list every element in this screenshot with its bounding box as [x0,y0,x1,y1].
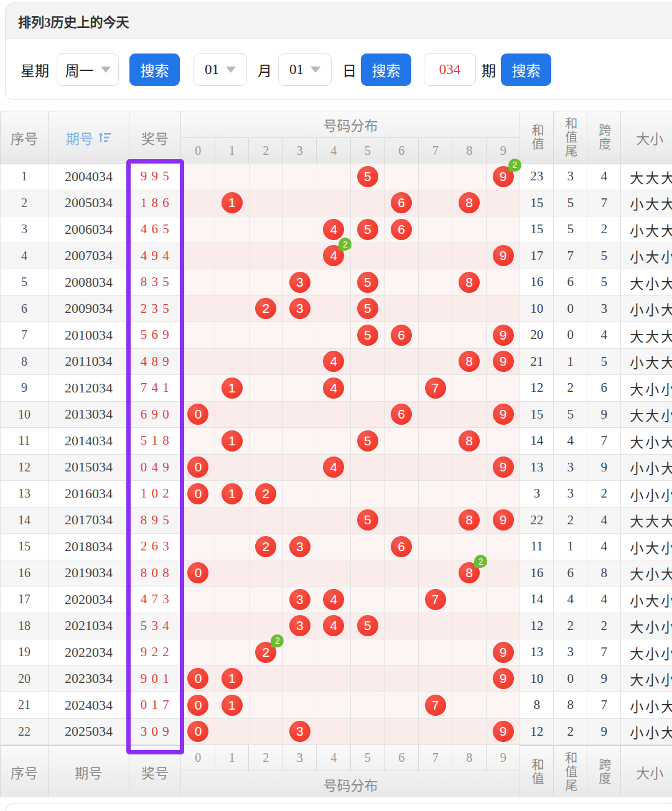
dist-cell [487,269,520,296]
number-ball: 2 [255,483,276,504]
row-prize-cell: 3 0 9 [129,719,182,746]
number-ball: 4 [323,378,344,399]
number-ball: 3 [289,298,310,319]
row-index-cell: 5 [1,269,49,296]
issue-label: 期 [482,59,496,80]
row-sum-cell: 13 [520,455,554,481]
week-select-value: 周一 [65,59,94,80]
dist-cell: 3 [283,296,317,323]
dist-cell [351,666,385,693]
dist-cell [419,296,452,323]
row-size-cell: 大小小 [621,666,672,693]
row-index-cell: 6 [1,296,49,323]
dist-cell [419,322,452,349]
dist-cell [385,296,418,323]
row-span-cell: 4 [587,164,621,190]
footer-sum: 和值 [520,745,554,797]
dist-cell [317,560,351,587]
row-period-cell: 2018034 [49,534,129,560]
dist-cell: 0 [182,560,215,587]
row-span-cell: 8 [587,560,621,587]
history-table: 序号 期号 奖号 号码分布 0123456789 和值 和值尾 跨度 大小 [0,111,672,797]
row-prize-cell: 0 1 7 [129,692,182,719]
dist-cell [283,375,317,402]
week-select[interactable]: 周一 [57,53,119,86]
row-prize-cell: 9 9 5 [129,164,182,190]
table-row: 1320160341 0 2012332小小小 [0,481,672,507]
dist-cell [351,349,385,376]
row-span-cell: 7 [587,639,621,666]
dist-cell [250,190,283,217]
dist-cell [351,534,385,560]
dist-cell [283,666,317,693]
dist-cell: 9 [487,455,520,481]
dist-cell [452,639,486,666]
row-sumtail-cell: 3 [554,164,587,190]
dist-cell: 4 [317,375,351,402]
dist-cell [351,190,385,217]
digit-footer-cell: 4 [317,745,351,771]
dist-cell [283,243,317,270]
number-ball: 6 [391,404,412,425]
dist-cell [487,534,520,560]
header-period-label: 期号 [66,127,93,147]
dist-cell: 7 [419,692,452,719]
dist-cell [250,666,283,693]
row-size-cell: 大小大 [621,428,672,455]
dist-cell [385,692,418,719]
row-span-cell: 4 [587,586,621,613]
number-ball: 82 [459,562,480,583]
month-select[interactable]: 01 [194,53,247,86]
row-period-cell: 2025034 [49,719,129,746]
week-search-button[interactable]: 搜索 [129,53,180,86]
dist-cell: 9 [487,322,520,349]
row-prize-cell: 8 3 5 [129,269,182,296]
dist-cell: 2 [250,534,283,560]
row-period-cell: 2015034 [49,455,129,481]
dist-cell: 3 [283,719,317,746]
number-ball: 2 [255,536,276,557]
dist-cell [351,402,385,429]
dist-cell [419,719,452,746]
table-row: 620090342 3 52351003小小大 [0,296,672,323]
number-ball: 8 [459,430,480,452]
dist-cell [385,375,418,402]
row-sumtail-cell: 0 [554,322,587,349]
dist-cell: 1 [215,692,249,719]
row-prize-cell: 8 9 5 [129,507,182,534]
row-sumtail-cell: 0 [554,666,587,693]
dist-cell [487,428,520,455]
dist-cell: 8 [452,349,486,376]
day-select[interactable]: 01 [278,53,332,86]
dist-cell: 5 [351,164,385,190]
search-panel: 排列3历史上的今天 星期 周一 搜索 01 月 01 日 搜索 期 搜索 [5,2,672,100]
dist-cell: 4 [317,613,351,640]
row-prize-cell: 5 6 9 [129,322,182,349]
row-index-cell: 7 [1,322,49,349]
number-ball: 3 [289,615,310,636]
number-ball: 7 [425,589,446,610]
dist-cell [452,586,486,613]
number-ball: 5 [357,325,378,346]
row-sum-cell: 15 [520,190,554,217]
dist-cell [351,639,385,666]
number-ball: 0 [187,483,208,504]
header-index: 序号 [1,111,49,164]
header-dist-group: 号码分布 0123456789 [181,111,520,164]
issue-input[interactable] [424,53,476,86]
table-row: 820110344 8 94892115小大大 [0,349,672,376]
issue-search-button[interactable]: 搜索 [501,53,551,86]
dist-cell [215,507,249,534]
table-row: 1420170348 9 55892224大大大 [0,507,672,534]
row-index-cell: 20 [1,666,49,693]
digit-footer-cell: 2 [249,745,283,771]
number-ball: 9 [493,509,514,531]
dist-cell [182,190,215,217]
number-ball: 4 [323,351,344,372]
table-row: 920120347 4 11471226大小小 [0,375,672,402]
page-title-bar: 排列3历史上的今天 [6,3,672,39]
row-period-cell: 2007034 [49,243,129,270]
row-size-cell: 大小小 [621,375,672,402]
date-search-button[interactable]: 搜索 [361,53,411,86]
header-period[interactable]: 期号 [49,111,129,164]
